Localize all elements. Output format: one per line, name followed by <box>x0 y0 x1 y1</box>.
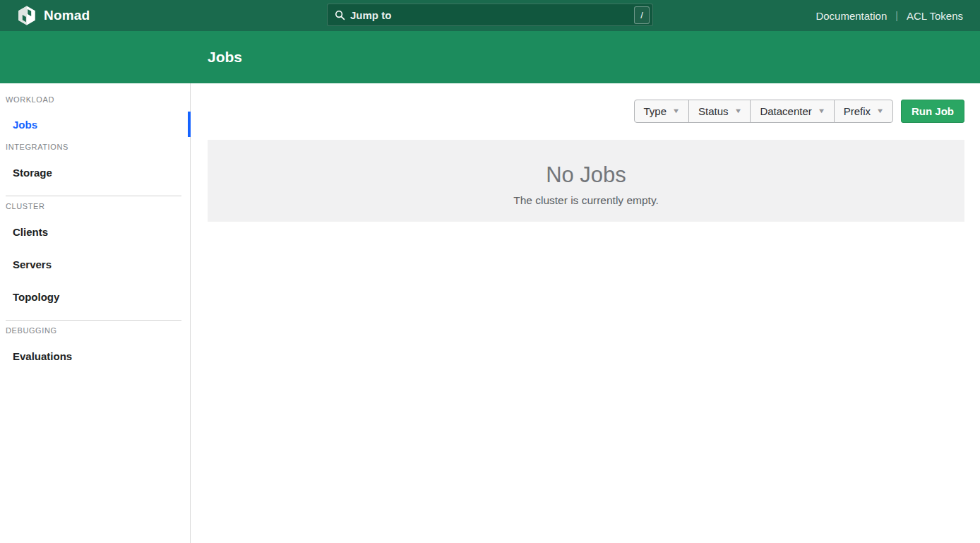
topbar-links: Documentation | ACL Tokens <box>815 10 963 22</box>
content-area: WORKLOAD Jobs INTEGRATIONS Storage CLUST… <box>0 83 980 543</box>
empty-state-title: No Jobs <box>546 162 626 188</box>
sidebar-item-label: Servers <box>13 258 52 270</box>
run-job-button[interactable]: Run Job <box>901 100 964 123</box>
page-title: Jobs <box>208 49 242 66</box>
sidebar-item-storage[interactable]: Storage <box>0 160 190 184</box>
brand-name: Nomad <box>44 8 90 23</box>
filter-type-dropdown[interactable]: Type ▼ <box>634 100 689 123</box>
chevron-down-icon: ▼ <box>817 108 825 114</box>
documentation-link[interactable]: Documentation <box>815 10 887 22</box>
chevron-down-icon: ▼ <box>734 108 742 114</box>
section-label-debugging: DEBUGGING <box>6 326 190 335</box>
links-divider: | <box>895 10 898 21</box>
filter-datacenter-dropdown[interactable]: Datacenter ▼ <box>750 100 834 123</box>
filter-status-dropdown[interactable]: Status ▼ <box>688 100 751 123</box>
sidebar-item-evaluations[interactable]: Evaluations <box>0 344 190 368</box>
empty-state: No Jobs The cluster is currently empty. <box>208 140 964 222</box>
sidebar-item-label: Storage <box>13 167 52 179</box>
acl-tokens-link[interactable]: ACL Tokens <box>907 10 963 22</box>
nomad-brand[interactable]: Nomad <box>17 6 90 25</box>
sidebar-item-label: Clients <box>13 226 48 238</box>
search-input[interactable] <box>350 9 634 21</box>
sidebar-item-clients[interactable]: Clients <box>0 220 190 244</box>
search-icon <box>335 10 345 20</box>
filter-label: Type <box>644 105 667 117</box>
jump-to-search[interactable]: / <box>327 4 653 26</box>
jobs-toolbar: Type ▼ Status ▼ Datacenter ▼ Prefix ▼ Ru… <box>634 100 964 123</box>
empty-state-message: The cluster is currently empty. <box>513 194 659 207</box>
section-label-workload: WORKLOAD <box>6 95 190 105</box>
sidebar: WORKLOAD Jobs INTEGRATIONS Storage CLUST… <box>0 83 191 543</box>
filter-label: Datacenter <box>760 105 811 117</box>
section-label-integrations: INTEGRATIONS <box>6 143 190 152</box>
sidebar-item-jobs[interactable]: Jobs <box>0 112 190 137</box>
top-nav-bar: Nomad / Documentation | ACL Tokens <box>0 0 980 31</box>
nomad-logo-icon <box>17 6 37 25</box>
chevron-down-icon: ▼ <box>672 108 681 114</box>
sidebar-divider <box>6 320 181 321</box>
sidebar-divider <box>6 196 181 196</box>
chevron-down-icon: ▼ <box>876 108 885 114</box>
sidebar-item-label: Evaluations <box>13 350 72 362</box>
filter-label: Status <box>698 105 729 117</box>
filter-label: Prefix <box>844 105 871 117</box>
main-panel: Type ▼ Status ▼ Datacenter ▼ Prefix ▼ Ru… <box>191 83 980 543</box>
section-label-cluster: CLUSTER <box>6 202 190 211</box>
page-header-bar: Jobs <box>0 31 980 83</box>
sidebar-item-label: Topology <box>13 291 59 303</box>
sidebar-item-topology[interactable]: Topology <box>0 285 190 309</box>
filter-button-group: Type ▼ Status ▼ Datacenter ▼ Prefix ▼ <box>634 100 893 123</box>
sidebar-item-servers[interactable]: Servers <box>0 252 190 276</box>
filter-prefix-dropdown[interactable]: Prefix ▼ <box>834 100 893 123</box>
sidebar-item-label: Jobs <box>13 119 37 131</box>
slash-shortcut-key: / <box>634 6 650 24</box>
